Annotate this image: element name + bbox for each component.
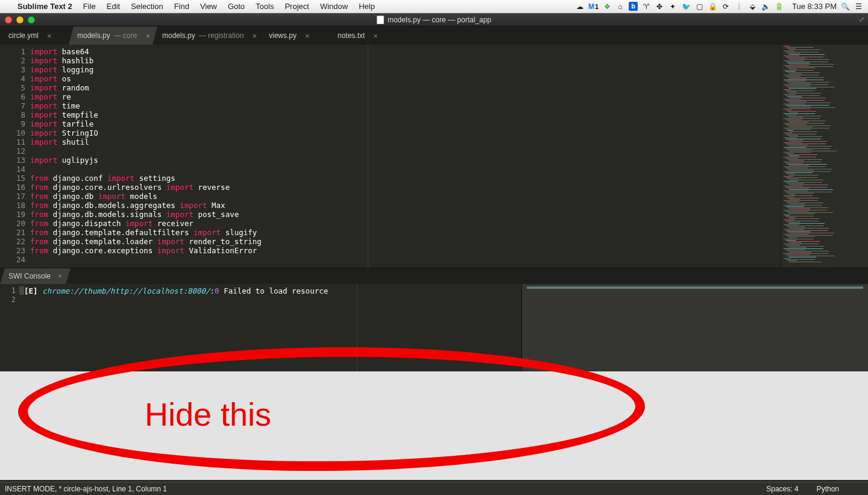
- app-menu[interactable]: Sublime Text 2: [12, 2, 78, 11]
- line-number: 6: [0, 92, 25, 101]
- token: import: [180, 201, 212, 210]
- tab-label: circle.yml: [8, 31, 39, 40]
- minimap-stroke: [785, 81, 805, 81]
- line-number: 11: [0, 137, 25, 147]
- minimap-stroke: [785, 119, 802, 120]
- code-line: import tempfile: [30, 110, 781, 119]
- wifi-icon[interactable]: ⬙: [747, 2, 757, 11]
- lock-icon[interactable]: 🔒: [708, 2, 717, 11]
- token: from: [30, 183, 53, 192]
- minimap-stroke: [784, 181, 798, 181]
- minimap[interactable]: [781, 45, 868, 268]
- console-tab[interactable]: SWI Console ×: [0, 268, 71, 284]
- status-language[interactable]: Python: [817, 485, 863, 493]
- menu-edit[interactable]: Edit: [101, 2, 125, 11]
- sync-icon[interactable]: ⟳: [721, 2, 731, 11]
- menu-extras-icon[interactable]: ☰: [854, 2, 863, 11]
- minimap-stroke: [785, 201, 799, 202]
- menu-window[interactable]: Window: [315, 2, 353, 11]
- menu-file[interactable]: File: [78, 2, 101, 11]
- code-text[interactable]: import base64import hashlibimport loggin…: [30, 45, 781, 268]
- close-icon[interactable]: ×: [58, 272, 62, 280]
- tab-notes-txt[interactable]: notes.txt×: [329, 27, 401, 45]
- minimap-stroke: [787, 183, 804, 184]
- minimap-stroke: [789, 74, 802, 74]
- menu-help[interactable]: Help: [353, 2, 380, 11]
- code-line: [30, 255, 781, 264]
- fullscreen-icon[interactable]: ⤢: [859, 16, 864, 24]
- menu-tools[interactable]: Tools: [250, 2, 279, 11]
- sparkle-icon[interactable]: ✦: [668, 2, 678, 11]
- minimap-stroke: [787, 150, 813, 150]
- minimap-stroke: [785, 221, 819, 221]
- airplay-icon[interactable]: ▢: [694, 2, 704, 11]
- dropbox-icon[interactable]: ❖: [602, 2, 612, 11]
- bluetooth-icon[interactable]: ᛒ: [734, 2, 744, 11]
- battery-icon[interactable]: 🔋: [774, 2, 784, 11]
- code-area[interactable]: 123456789101112131415161718192021222324 …: [0, 45, 868, 268]
- close-icon[interactable]: ×: [305, 31, 310, 40]
- menu-goto[interactable]: Goto: [222, 2, 250, 11]
- minimap-stroke: [785, 197, 794, 197]
- minimap-stroke: [784, 70, 814, 71]
- minimap-stroke: [787, 222, 800, 222]
- aries-icon[interactable]: ♈︎: [641, 2, 651, 11]
- token: import: [30, 92, 62, 101]
- minimap-stroke: [787, 72, 820, 73]
- console-colon: :: [210, 286, 215, 295]
- volume-icon[interactable]: 🔈: [761, 2, 770, 11]
- code-line: from django.db.models.aggregates import …: [30, 201, 781, 210]
- minimap-stroke: [784, 137, 797, 138]
- menu-find[interactable]: Find: [169, 2, 195, 11]
- minimap-stroke: [787, 68, 815, 68]
- minimap-stroke: [785, 124, 807, 125]
- home-icon[interactable]: ⌂: [615, 2, 625, 11]
- menu-project[interactable]: Project: [279, 2, 314, 11]
- token: import: [30, 137, 62, 147]
- minimap-stroke: [789, 78, 807, 79]
- minimap-stroke: [789, 141, 827, 142]
- menubar-clock[interactable]: Tue 8:33 PM: [787, 2, 837, 11]
- token: time: [62, 101, 80, 110]
- menu-view[interactable]: View: [195, 2, 222, 11]
- minimap-stroke: [785, 100, 825, 101]
- close-icon[interactable]: ×: [373, 31, 378, 40]
- minimap-stroke: [785, 86, 810, 86]
- token: random: [62, 83, 89, 92]
- console-line: [E] chrome://thumb/http://localhost:8000…: [19, 286, 521, 295]
- spotlight-icon[interactable]: 🔍: [840, 2, 850, 11]
- tab-models-py[interactable]: models.py — registration×: [154, 27, 264, 45]
- minimap-stroke: [787, 130, 793, 131]
- minimap-stroke: [784, 210, 827, 210]
- token: from: [30, 201, 53, 210]
- gmail-indicator[interactable]: M1: [588, 2, 599, 11]
- token: Max: [212, 201, 225, 210]
- minimap-stroke: [784, 118, 820, 119]
- close-icon[interactable]: ×: [252, 31, 257, 40]
- cloud-icon[interactable]: ☁︎: [575, 2, 585, 11]
- menu-selection[interactable]: Selection: [125, 2, 168, 11]
- token: import: [30, 156, 62, 165]
- b-app-icon[interactable]: b: [629, 2, 638, 11]
- minimap-stroke: [784, 133, 792, 133]
- close-icon[interactable]: ×: [47, 31, 52, 40]
- token: from: [30, 219, 53, 228]
- tab-views-py[interactable]: views.py×: [260, 27, 333, 45]
- evernote-icon[interactable]: ✤: [655, 2, 664, 11]
- minimap-stroke: [785, 254, 810, 255]
- minimap-stroke: [789, 122, 808, 122]
- code-line: from django.db.models.signals import pos…: [30, 210, 781, 219]
- token: logging: [62, 65, 94, 74]
- minimap-stroke: [787, 58, 805, 58]
- token: import: [107, 174, 139, 183]
- status-spaces[interactable]: Spaces: 4: [766, 485, 798, 493]
- twitter-icon[interactable]: 🐦: [681, 2, 691, 11]
- minimap-stroke: [785, 235, 833, 236]
- minimap-stroke: [785, 240, 796, 241]
- tab-label: views.py: [269, 31, 297, 40]
- tab-models-py[interactable]: models.py — core×: [69, 27, 157, 45]
- minimap-stroke: [787, 82, 829, 83]
- minimap-stroke: [787, 207, 828, 208]
- close-icon[interactable]: ×: [145, 31, 150, 40]
- tab-circle-yml[interactable]: circle.yml×: [0, 27, 72, 45]
